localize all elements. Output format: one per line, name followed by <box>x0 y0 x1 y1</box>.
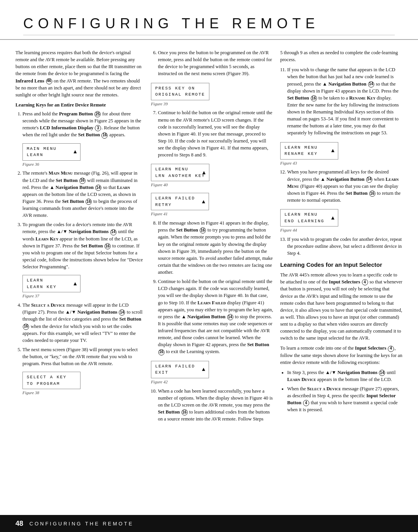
subsection-heading: Learning Codes for an Input Selector <box>280 261 403 269</box>
circle-16c: 16 <box>86 199 92 205</box>
circle-14e: 14 <box>368 81 374 88</box>
mid-column: Once you press the button to be programm… <box>151 49 273 426</box>
lcd-fig44-container: LEARN MENU END LEARNING ▲ Figure 44 <box>280 207 403 233</box>
figure-42-label: Figure 42 <box>151 379 273 385</box>
page-title: CONFIGURING THE REMOTE <box>23 15 395 32</box>
circle-14f: 14 <box>366 177 372 183</box>
right-steps-list: If you wish to change the name that appe… <box>280 66 403 136</box>
mid-steps-list: Once you press the button to be programm… <box>151 49 273 77</box>
step-8: If the message shown in Figure 41 appear… <box>158 220 273 276</box>
step-4: The Select a Device message will appear … <box>22 302 144 344</box>
circle-4a: 4 <box>362 279 368 285</box>
bullet-2: When the Select a Device message (Figure… <box>287 385 403 414</box>
right-steps-list-2: When you have programmed all keys for th… <box>280 168 403 204</box>
lcd-fig39: PRESS KEY ON ORIGINAL REMOTE <box>151 83 209 100</box>
lcd-fig43-container: LEARN MENU RENAME KEY ▲ Figure 43 <box>280 140 403 166</box>
circle-14b: 14 <box>110 229 116 235</box>
figure-41-label: Figure 41 <box>151 211 273 217</box>
lcd-fig43: LEARN MENU RENAME KEY ▲ <box>280 142 338 160</box>
figure-36-label: Figure 36 <box>22 161 144 168</box>
step-5: The next menu screen (Figure 38) will pr… <box>22 346 144 367</box>
circle-16e: 16 <box>23 324 29 330</box>
lcd-fig40-container: LEARN MENU LRN ANOTHER KEY ▲ Figure 40 <box>151 161 273 188</box>
right-column: 5 through 9 as often as needed to comple… <box>280 49 403 426</box>
step-7: Continue to hold the button on the origi… <box>158 109 273 158</box>
main-content: The learning process requires that both … <box>0 42 418 429</box>
left-steps-list: Press and hold the Program Button 25 for… <box>15 110 144 396</box>
figure-38-label: Figure 38 <box>22 390 144 396</box>
step-cont-text: 5 through 9 as often as needed to comple… <box>280 49 403 63</box>
lcd-fig44: LEARN MENU END LEARNING ▲ <box>280 209 338 227</box>
lcd-fig36-container: MAIN MENU LEARN ▲ Figure 36 <box>22 141 144 168</box>
circle-16i: 16 <box>311 95 317 101</box>
lcd-fig42: LEARN FAILED EXIT ▲ <box>151 361 209 378</box>
lcd-fig38-container: SELECT A KEY TO PROGRAM Figure 38 <box>22 369 144 396</box>
lcd-fig39-container: PRESS KEY ON ORIGINAL REMOTE Figure 39 <box>151 81 273 107</box>
right-steps-list-3: If you wish to program the codes for ano… <box>280 236 403 257</box>
circle-14g: 14 <box>379 370 385 376</box>
footer-text: CONFIGURING THE REMOTE <box>29 521 134 527</box>
step-1: Press and hold the Program Button 25 for… <box>22 110 144 139</box>
page: CONFIGURING THE REMOTE The learning proc… <box>0 0 418 532</box>
subsection-intro: The AVR 445's remote allows you to learn… <box>280 271 403 342</box>
lcd-fig38: SELECT A KEY TO PROGRAM <box>22 372 81 389</box>
step-3: To program the codes for a device's remo… <box>22 221 144 270</box>
circle-16f: 16 <box>200 227 206 233</box>
lcd-fig37-container: LEARN LEARN KEY ▲ Figure 37 <box>22 273 144 299</box>
page-header: CONFIGURING THE REMOTE <box>0 0 418 40</box>
circle-16a: 16 <box>101 132 108 139</box>
infrared-lens-label: Infrared Lens <box>15 78 44 84</box>
circle-4b: 4 <box>388 346 394 352</box>
lcd-fig40: LEARN MENU LRN ANOTHER KEY ▲ <box>151 164 209 181</box>
mid-steps-list-3: If the message shown in Figure 41 appear… <box>151 220 273 355</box>
step-13: If you wish to program the codes for ano… <box>287 236 403 257</box>
circle-16d: 16 <box>104 243 111 249</box>
lcd-fig36: MAIN MENU LEARN ▲ <box>22 143 81 161</box>
learning-keys-heading: Learning Keys for an Entire Device Remot… <box>15 101 144 108</box>
intro-text: The learning process requires that both … <box>15 49 144 98</box>
lcd-fig41: LEARN FAILED RETRY ▲ <box>151 193 209 210</box>
figure-37-label: Figure 37 <box>22 293 144 299</box>
bullet-1: In Step 3, press the ▲/▼ Navigation Butt… <box>287 369 403 383</box>
left-column: The learning process requires that both … <box>15 49 144 426</box>
circle-3: 3 <box>95 125 101 131</box>
figure-44-label: Figure 44 <box>280 227 403 233</box>
subsection-bullets: In Step 3, press the ▲/▼ Navigation Butt… <box>280 369 403 414</box>
figure-39-label: Figure 39 <box>151 101 273 107</box>
lcd-fig42-container: LEARN FAILED EXIT ▲ Figure 42 <box>151 359 273 385</box>
circle-16b: 16 <box>79 178 86 184</box>
circle-25: 25 <box>94 111 101 117</box>
lcd-fig37: LEARN LEARN KEY ▲ <box>22 275 81 292</box>
footer-page-number: 48 <box>15 520 23 528</box>
step-10: When a code has been learned successfull… <box>158 388 273 423</box>
step-6: Once you press the button to be programm… <box>158 49 273 77</box>
step-9: Continue to hold the button on the origi… <box>158 278 273 355</box>
circle-16h: 16 <box>182 409 188 415</box>
circle-46: 46 <box>46 78 52 84</box>
subsection-learn: To learn a remote code into one of the I… <box>280 345 403 366</box>
lcd-fig41-container: LEARN FAILED RETRY ▲ Figure 41 <box>151 190 273 217</box>
mid-steps-list-4: When a code has been learned successfull… <box>151 388 273 423</box>
footer-bar: 48 CONFIGURING THE REMOTE <box>0 515 418 532</box>
step-11: If you wish to change the name that appe… <box>287 66 403 136</box>
mid-steps-list-2: Continue to hold the button on the origi… <box>151 109 273 158</box>
figure-40-label: Figure 40 <box>151 182 273 188</box>
circle-14c: 14 <box>119 309 125 316</box>
step-12: When you have programmed all keys for th… <box>287 168 403 204</box>
circle-14d: 14 <box>227 314 233 320</box>
step-2: The remote's Main Menu message (Fig. 26)… <box>22 170 144 219</box>
header-rule <box>23 35 395 35</box>
circle-16j: 16 <box>369 190 375 197</box>
circle-16g: 16 <box>158 349 164 355</box>
circle-4c: 4 <box>303 400 309 406</box>
circle-14a: 14 <box>95 185 101 191</box>
figure-43-label: Figure 43 <box>280 160 403 166</box>
